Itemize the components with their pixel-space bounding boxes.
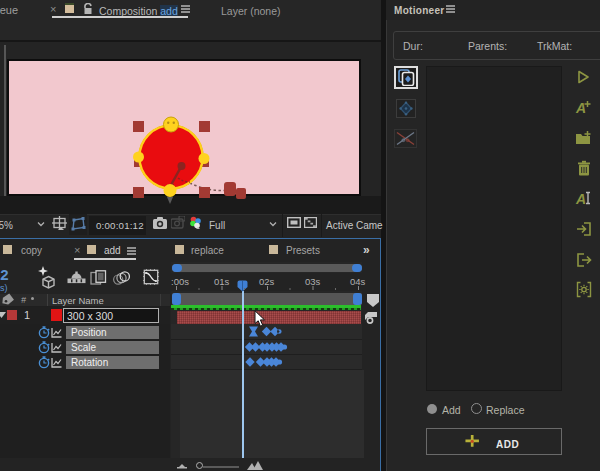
svg-text:A: A (575, 191, 586, 207)
svg-text:A: A (575, 100, 586, 116)
